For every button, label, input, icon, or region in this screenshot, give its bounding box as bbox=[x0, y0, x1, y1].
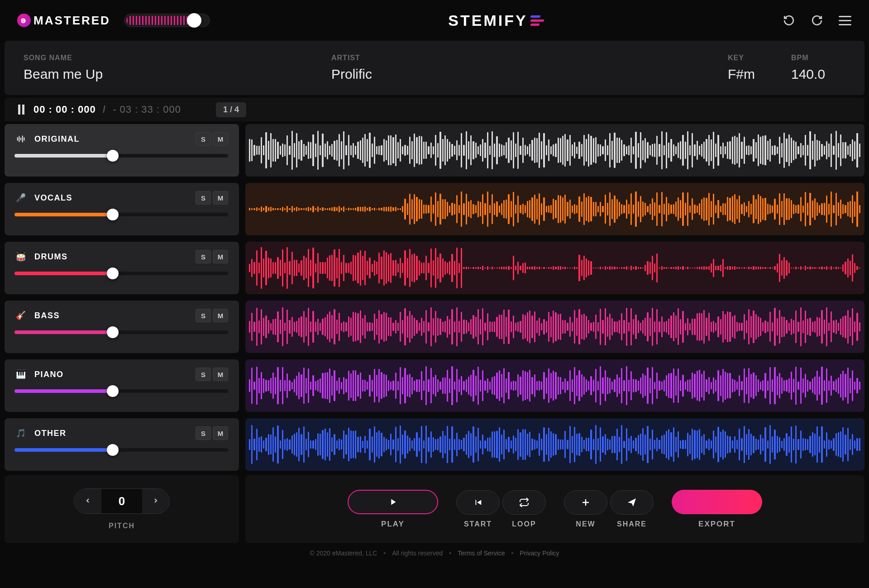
start-button[interactable] bbox=[456, 490, 500, 515]
svg-rect-3 bbox=[22, 136, 23, 143]
track-name: DRUMS bbox=[34, 252, 68, 262]
track-icon: 🥁 bbox=[14, 250, 27, 263]
track-panel: 🎵 OTHER S M bbox=[5, 418, 239, 471]
solo-button[interactable]: S bbox=[196, 426, 211, 440]
track-icon: 🎸 bbox=[14, 309, 27, 322]
track-icon: 🎹 bbox=[14, 368, 27, 381]
track-volume-slider[interactable] bbox=[14, 272, 228, 275]
share-label: SHARE bbox=[610, 520, 654, 528]
redo-icon[interactable] bbox=[810, 14, 824, 27]
track-volume-slider[interactable] bbox=[14, 448, 228, 452]
play-button[interactable] bbox=[348, 490, 438, 514]
artist-label: ARTIST bbox=[331, 54, 728, 62]
solo-button[interactable]: S bbox=[196, 191, 211, 205]
footer: © 2020 eMastered, LLC • All rights reser… bbox=[0, 543, 869, 563]
track-name: OTHER bbox=[34, 429, 67, 438]
emastered-icon: ə bbox=[17, 14, 31, 27]
pitch-up-button[interactable] bbox=[142, 489, 169, 513]
track-volume-slider[interactable] bbox=[14, 213, 228, 216]
pause-icon[interactable] bbox=[18, 105, 24, 115]
pitch-value: 0 bbox=[101, 489, 142, 513]
tracks-area: ORIGINAL S M 🎤 VOCALS S M bbox=[5, 124, 864, 471]
footer-rights: All rights reserved bbox=[392, 550, 443, 557]
solo-button[interactable]: S bbox=[196, 368, 211, 381]
track-panel: 🎤 VOCALS S M bbox=[5, 183, 239, 235]
track-panel: 🎹 PIANO S M bbox=[5, 359, 239, 412]
bpm-label: BPM bbox=[791, 54, 845, 62]
track-icon bbox=[14, 133, 27, 145]
stemify-bars-icon bbox=[530, 15, 544, 26]
start-label: START bbox=[456, 520, 500, 528]
track-waveform[interactable] bbox=[245, 359, 864, 412]
master-gain-slider[interactable] bbox=[124, 14, 210, 27]
track-waveform[interactable] bbox=[245, 242, 864, 294]
bpm-value: 140.0 bbox=[791, 67, 845, 82]
mute-button[interactable]: M bbox=[213, 191, 228, 205]
track-panel: 🎸 BASS S M bbox=[5, 301, 239, 353]
track-waveform[interactable] bbox=[245, 124, 864, 177]
bottom-controls: 0 PITCH PLAY bbox=[5, 475, 864, 543]
emastered-logo: ə MASTERED bbox=[17, 14, 110, 28]
mute-button[interactable]: M bbox=[213, 368, 228, 381]
stemify-logo: STEMIFY bbox=[448, 12, 544, 29]
track-name: BASS bbox=[34, 311, 60, 320]
app-header: ə MASTERED STEMIFY bbox=[0, 0, 869, 41]
track-icon: 🎵 bbox=[14, 427, 27, 440]
track-waveform[interactable] bbox=[245, 183, 864, 235]
song-info-bar: SONG NAME Beam me Up ARTIST Prolific KEY… bbox=[5, 41, 864, 95]
key-value: F#m bbox=[728, 67, 791, 82]
pitch-panel: 0 PITCH bbox=[5, 475, 239, 543]
track-icon: 🎤 bbox=[14, 191, 27, 204]
artist-value: Prolific bbox=[331, 67, 728, 82]
emastered-text: MASTERED bbox=[33, 14, 110, 28]
svg-rect-0 bbox=[17, 137, 18, 140]
new-label: NEW bbox=[564, 520, 607, 528]
track-name: VOCALS bbox=[34, 193, 72, 203]
track-panel: ORIGINAL S M bbox=[5, 124, 239, 177]
zoom-level[interactable]: 1 / 4 bbox=[216, 102, 246, 117]
time-current: 00 : 00 : 000 bbox=[33, 104, 96, 115]
menu-icon[interactable] bbox=[838, 14, 852, 27]
loop-button[interactable] bbox=[502, 490, 546, 515]
footer-terms-link[interactable]: Terms of Service bbox=[458, 550, 505, 557]
track-waveform[interactable] bbox=[245, 418, 864, 471]
track-waveform[interactable] bbox=[245, 301, 864, 353]
key-label: KEY bbox=[728, 54, 791, 62]
mute-button[interactable]: M bbox=[213, 250, 228, 263]
time-total: - 03 : 33 : 000 bbox=[113, 104, 181, 115]
mute-button[interactable]: M bbox=[213, 309, 228, 322]
track-volume-slider[interactable] bbox=[14, 330, 228, 334]
track-name: ORIGINAL bbox=[34, 134, 80, 144]
new-button[interactable] bbox=[564, 490, 607, 515]
footer-privacy-link[interactable]: Privacy Policy bbox=[520, 550, 559, 557]
export-label: EXPORT bbox=[698, 520, 735, 529]
solo-button[interactable]: S bbox=[196, 309, 211, 322]
solo-button[interactable]: S bbox=[196, 250, 211, 263]
footer-copyright: © 2020 eMastered, LLC bbox=[310, 550, 377, 557]
timeline-header: 00 : 00 : 000 / - 03 : 33 : 000 1 / 4 11… bbox=[5, 98, 864, 121]
share-button[interactable] bbox=[610, 490, 654, 515]
loop-label: LOOP bbox=[502, 520, 546, 528]
track-name: PIANO bbox=[34, 370, 64, 379]
export-button[interactable] bbox=[672, 490, 762, 514]
transport-panel: PLAY START LOOP bbox=[245, 475, 864, 543]
pitch-label: PITCH bbox=[109, 522, 135, 530]
svg-rect-4 bbox=[24, 137, 24, 140]
mute-button[interactable]: M bbox=[213, 426, 228, 440]
mute-button[interactable]: M bbox=[213, 132, 228, 146]
track-volume-slider[interactable] bbox=[14, 154, 228, 158]
svg-rect-1 bbox=[19, 136, 19, 142]
pitch-down-button[interactable] bbox=[74, 489, 101, 513]
undo-icon[interactable] bbox=[782, 14, 796, 27]
timecode: 00 : 00 : 000 / - 03 : 33 : 000 bbox=[33, 104, 181, 115]
track-volume-slider[interactable] bbox=[14, 389, 228, 393]
song-name-label: SONG NAME bbox=[24, 54, 331, 62]
track-panel: 🥁 DRUMS S M bbox=[5, 242, 239, 294]
solo-button[interactable]: S bbox=[196, 132, 211, 146]
svg-rect-2 bbox=[20, 138, 21, 140]
play-label: PLAY bbox=[381, 520, 405, 529]
song-name-value: Beam me Up bbox=[24, 67, 331, 82]
